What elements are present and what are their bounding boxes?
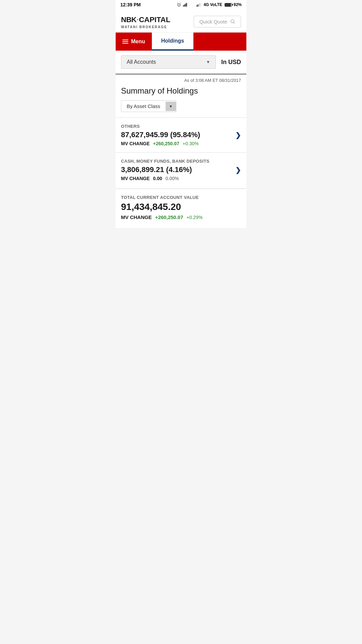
holdings-value-others: 87,627,945.99 (95.84%) bbox=[121, 130, 232, 139]
total-section: TOTAL CURRENT ACCOUNT VALUE 91,434,845.2… bbox=[116, 189, 246, 228]
logo-capital: CAPITAL bbox=[139, 15, 170, 24]
status-bar: 12:39 PM 4G VoLTE 92% bbox=[116, 0, 246, 9]
account-row: All Accounts ▼ In USD bbox=[116, 51, 246, 74]
summary-title: Summary of Holdings bbox=[121, 86, 241, 96]
total-category-label: TOTAL CURRENT ACCOUNT VALUE bbox=[121, 195, 241, 200]
svg-rect-1 bbox=[183, 5, 184, 7]
svg-rect-8 bbox=[200, 3, 200, 6]
as-of-timestamp: As of 3:08 AM ET 08/31/2017 bbox=[116, 74, 246, 84]
total-mv-pct: +0.29% bbox=[187, 215, 203, 220]
account-dropdown-arrow: ▼ bbox=[206, 60, 210, 64]
filter-arrow-button[interactable]: ▼ bbox=[166, 102, 176, 111]
status-indicators: 4G VoLTE 92% bbox=[177, 2, 242, 7]
holdings-category-cash: CASH, MONEY FUNDS, BANK DEPOSITS bbox=[121, 159, 232, 164]
account-selector-text: All Accounts bbox=[127, 59, 156, 65]
svg-rect-4 bbox=[186, 3, 187, 6]
svg-point-9 bbox=[231, 20, 234, 23]
battery-level: 92% bbox=[234, 2, 242, 7]
mv-value-others: +260,250.07 bbox=[153, 141, 179, 146]
battery-icon bbox=[225, 3, 232, 7]
total-mv-label: MV CHANGE bbox=[121, 214, 152, 220]
svg-rect-3 bbox=[185, 4, 186, 7]
app-header: NBK·CAPITAL WATANI BROKERAGE Quick Quote bbox=[116, 9, 246, 33]
mv-value-cash: 0.00 bbox=[153, 176, 162, 181]
holdings-value-cash: 3,806,899.21 (4.16%) bbox=[121, 165, 232, 174]
signal-icon bbox=[183, 3, 188, 7]
quick-quote-label: Quick Quote bbox=[199, 19, 227, 24]
network-type: 4G VoLTE bbox=[203, 2, 222, 7]
logo-subtitle: WATANI BROKERAGE bbox=[121, 25, 170, 29]
account-selector[interactable]: All Accounts ▼ bbox=[121, 55, 216, 69]
mv-label-others: MV CHANGE bbox=[121, 141, 150, 146]
mv-pct-others: +0.30% bbox=[183, 141, 199, 146]
svg-rect-6 bbox=[198, 4, 198, 6]
search-icon bbox=[230, 19, 235, 24]
hamburger-icon bbox=[122, 40, 128, 44]
summary-header: Summary of Holdings By Asset Class ▼ bbox=[116, 84, 246, 117]
logo: NBK·CAPITAL WATANI BROKERAGE bbox=[121, 14, 170, 29]
page-spacer bbox=[116, 228, 246, 241]
alarm-icon bbox=[177, 2, 181, 7]
nav-bar: Menu Holdings bbox=[116, 33, 246, 51]
svg-rect-7 bbox=[199, 4, 199, 7]
filter-dropdown[interactable]: By Asset Class ▼ bbox=[121, 100, 176, 112]
holdings-label: Holdings bbox=[161, 38, 184, 44]
mv-label-cash: MV CHANGE bbox=[121, 176, 150, 181]
total-mv-value: +260,250.07 bbox=[155, 214, 183, 220]
filter-chevron-icon: ▼ bbox=[169, 104, 173, 108]
logo-nbk: NBK bbox=[121, 15, 136, 24]
svg-rect-2 bbox=[184, 4, 185, 6]
holdings-item-others[interactable]: OTHERS 87,627,945.99 (95.84%) MV CHANGE … bbox=[116, 118, 246, 152]
signal2-icon bbox=[196, 3, 202, 7]
menu-button[interactable]: Menu bbox=[116, 33, 152, 51]
holdings-mv-cash: MV CHANGE 0.00 0.00% bbox=[121, 176, 232, 181]
currency-label: In USD bbox=[221, 59, 241, 66]
holdings-tab[interactable]: Holdings bbox=[152, 33, 193, 51]
holdings-mv-others: MV CHANGE +260,250.07 +0.30% bbox=[121, 141, 232, 146]
filter-label: By Asset Class bbox=[121, 101, 166, 112]
holdings-item-cash[interactable]: CASH, MONEY FUNDS, BANK DEPOSITS 3,806,8… bbox=[116, 153, 246, 187]
total-value: 91,434,845.20 bbox=[121, 202, 241, 212]
chevron-right-others: ❯ bbox=[235, 131, 241, 139]
menu-label: Menu bbox=[131, 39, 145, 45]
chevron-right-cash: ❯ bbox=[235, 166, 241, 174]
arrows-icon bbox=[190, 2, 195, 7]
status-time: 12:39 PM bbox=[120, 2, 141, 7]
quick-quote-button[interactable]: Quick Quote bbox=[194, 16, 241, 28]
holdings-category-others: OTHERS bbox=[121, 124, 232, 129]
svg-rect-5 bbox=[196, 5, 197, 7]
mv-pct-cash: 0.00% bbox=[166, 176, 179, 181]
main-content: As of 3:08 AM ET 08/31/2017 Summary of H… bbox=[116, 74, 246, 228]
total-mv-row: MV CHANGE +260,250.07 +0.29% bbox=[121, 214, 241, 220]
